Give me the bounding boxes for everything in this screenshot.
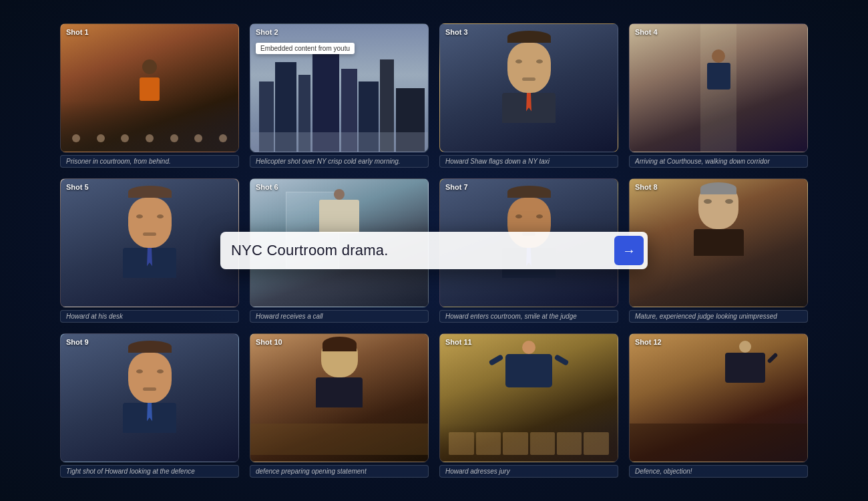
shot-frame-2[interactable]: Shot 2Embedded content from youtu [250, 23, 429, 152]
shot-caption-6: Howard receives a call [256, 313, 423, 320]
shot-caption-8: Mature, experienced judge looking unimpr… [635, 313, 802, 320]
shot-label-9: Shot 9 [66, 338, 89, 346]
shot-content-3 [440, 24, 618, 152]
arrow-right-icon: → [622, 243, 636, 259]
search-text[interactable]: NYC Courtroom drama. [231, 242, 614, 259]
shot-caption-9: Tight shot of Howard looking at the defe… [66, 468, 233, 475]
shot-caption-12: Defence, objection! [635, 468, 802, 475]
shot-cell-4[interactable]: Shot 4 Arriving at Courthouse, walking d… [629, 23, 808, 168]
shot-cell-3[interactable]: Shot 3 Howard Shaw flags down [439, 23, 618, 168]
shot-label-2: Shot 2 [256, 28, 278, 36]
shot-cell-2[interactable]: Shot 2Embedded content from youtu Helico… [250, 23, 429, 168]
shot-content-10 [250, 334, 428, 462]
shot-label-8: Shot 8 [635, 183, 658, 191]
shot-caption-bar-4: Arriving at Courthouse, walking down cor… [629, 155, 808, 168]
shot-caption-bar-6: Howard receives a call [250, 310, 429, 323]
shot-caption-bar-11: Howard adresses jury [439, 465, 618, 478]
shot-cell-9[interactable]: Shot 9 Tight shot of Howard l [60, 333, 239, 478]
shot-label-6: Shot 6 [256, 183, 278, 191]
shot-frame-9[interactable]: Shot 9 [60, 333, 239, 462]
shot-content-1 [61, 24, 238, 152]
shot-content-5 [61, 179, 238, 307]
shot-caption-bar-7: Howard enters courtroom, smile at the ju… [439, 310, 618, 323]
shot-frame-5[interactable]: Shot 5 [60, 178, 239, 307]
search-overlay: NYC Courtroom drama. → [220, 232, 648, 269]
shot-caption-4: Arriving at Courthouse, walking down cor… [635, 158, 802, 165]
shot-cell-5[interactable]: Shot 5 Howard at his desk [60, 178, 239, 323]
shot-caption-10: defence preparing opening statement [256, 468, 423, 475]
shot-frame-4[interactable]: Shot 4 [629, 23, 808, 152]
shot-caption-2: Helicopter shot over NY crisp cold early… [256, 158, 423, 165]
shot-label-5: Shot 5 [66, 183, 89, 191]
shot-caption-bar-3: Howard Shaw flags down a NY taxi [439, 155, 618, 168]
shot-content-8 [630, 179, 807, 307]
shot-caption-7: Howard enters courtroom, smile at the ju… [445, 313, 612, 320]
shot-cell-11[interactable]: Shot 11 Howard adresses jury [439, 333, 618, 478]
shot-cell-8[interactable]: Shot 8 Mature, experienced judge looking… [629, 178, 808, 323]
shot-label-3: Shot 3 [445, 28, 468, 36]
shot-cell-10[interactable]: Shot 10 defence preparing opening statem… [250, 333, 429, 478]
shot-label-4: Shot 4 [635, 28, 658, 36]
shot-content-12 [630, 334, 807, 462]
shot-frame-11[interactable]: Shot 11 [439, 333, 618, 462]
shot-cell-12[interactable]: Shot 12 Defence, objection! [629, 333, 808, 478]
shot-caption-bar-12: Defence, objection! [629, 465, 808, 478]
shot-caption-bar-8: Mature, experienced judge looking unimpr… [629, 310, 808, 323]
search-submit-button[interactable]: → [614, 236, 644, 265]
shot-caption-1: Prisoner in courtroom, from behind. [66, 158, 233, 165]
shot-content-4 [630, 24, 807, 152]
shot-caption-5: Howard at his desk [66, 313, 233, 320]
shot-label-11: Shot 11 [445, 338, 472, 346]
shot-frame-10[interactable]: Shot 10 [250, 333, 429, 462]
shot-content-9 [61, 334, 238, 462]
shot-caption-bar-1: Prisoner in courtroom, from behind. [60, 155, 239, 168]
shot-label-7: Shot 7 [445, 183, 468, 191]
embedded-tooltip: Embedded content from youtu [256, 43, 355, 54]
shot-label-10: Shot 10 [256, 338, 282, 346]
shot-content-11 [440, 334, 618, 462]
shot-caption-11: Howard adresses jury [445, 468, 612, 475]
shot-frame-3[interactable]: Shot 3 [439, 23, 618, 152]
shot-label-12: Shot 12 [635, 338, 662, 346]
shot-frame-1[interactable]: Shot 1 [60, 23, 239, 152]
shot-frame-8[interactable]: Shot 8 [629, 178, 808, 307]
shot-frame-12[interactable]: Shot 12 [629, 333, 808, 462]
shot-caption-bar-10: defence preparing opening statement [250, 465, 429, 478]
shot-caption-bar-9: Tight shot of Howard looking at the defe… [60, 465, 239, 478]
shot-caption-bar-5: Howard at his desk [60, 310, 239, 323]
shot-label-1: Shot 1 [66, 28, 89, 36]
shot-caption-bar-2: Helicopter shot over NY crisp cold early… [250, 155, 429, 168]
shot-caption-3: Howard Shaw flags down a NY taxi [445, 158, 612, 165]
shot-cell-1[interactable]: Shot 1 Prisoner in courtroom, from behin… [60, 23, 239, 168]
